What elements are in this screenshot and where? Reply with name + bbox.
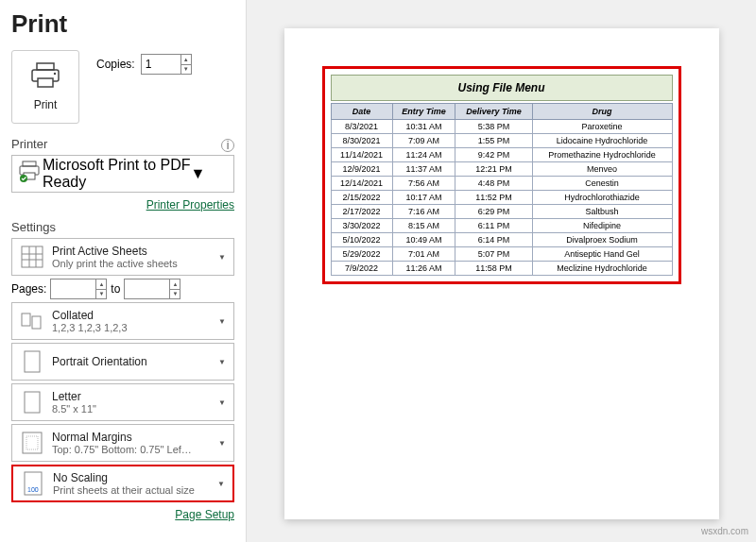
info-icon[interactable]: i <box>221 139 234 152</box>
svg-rect-15 <box>25 351 40 372</box>
chevron-down-icon: ▼ <box>216 398 228 407</box>
table-header: Drug <box>532 104 672 120</box>
chevron-down-icon: ▼ <box>215 480 227 488</box>
print-settings-panel: Print Print Copies: ▲▼ Printer i <box>0 0 246 542</box>
scaling-icon: 100 <box>19 469 47 498</box>
print-preview-area: Using File Menu DateEntry TimeDelivery T… <box>246 0 756 542</box>
pages-label: Pages: <box>11 282 46 296</box>
svg-rect-13 <box>22 313 30 326</box>
printer-name: Microsoft Print to PDF <box>43 157 190 174</box>
collated-icon <box>18 307 46 335</box>
margins-dropdown[interactable]: Normal MarginsTop: 0.75" Bottom: 0.75" L… <box>11 424 234 462</box>
table-row: 5/10/202210:49 AM6:14 PMDivalproex Sodiu… <box>331 233 672 247</box>
page-setup-link[interactable]: Page Setup <box>175 508 234 521</box>
copies-down[interactable]: ▼ <box>181 65 191 75</box>
paper-icon <box>18 388 46 416</box>
svg-rect-0 <box>37 63 54 70</box>
table-row: 7/9/202211:26 AM11:58 PMMeclizine Hydroc… <box>331 262 672 276</box>
svg-rect-8 <box>22 246 43 267</box>
chevron-down-icon: ▼ <box>216 439 228 448</box>
printer-status: Ready <box>43 174 190 191</box>
copies-spinner[interactable]: ▲▼ <box>141 54 192 75</box>
table-row: 12/14/20217:56 AM4:48 PMCenestin <box>331 177 672 191</box>
table-row: 11/14/202111:24 AM9:42 PMPromethazine Hy… <box>331 148 672 162</box>
preview-table: DateEntry TimeDelivery TimeDrug 8/3/2021… <box>331 103 673 276</box>
table-row: 2/15/202210:17 AM11:52 PMHydrochlorothia… <box>331 191 672 205</box>
printer-properties-link[interactable]: Printer Properties <box>146 198 234 212</box>
copies-up[interactable]: ▲ <box>181 55 191 65</box>
pages-to-label: to <box>111 282 120 296</box>
page-title: Print <box>11 9 234 39</box>
watermark: wsxdn.com <box>701 526 748 536</box>
svg-point-7 <box>20 175 27 182</box>
print-button-label: Print <box>34 98 58 111</box>
table-header: Entry Time <box>392 104 455 120</box>
svg-rect-2 <box>38 78 53 87</box>
svg-text:100: 100 <box>27 486 39 493</box>
portrait-icon <box>18 347 46 376</box>
chevron-down-icon: ▼ <box>216 253 228 262</box>
chevron-down-icon: ▼ <box>216 317 228 326</box>
table-row: 3/30/20228:15 AM6:11 PMNifedipine <box>331 219 672 233</box>
copies-label: Copies: <box>96 58 135 71</box>
orientation-dropdown[interactable]: Portrait Orientation ▼ <box>11 343 234 381</box>
svg-rect-16 <box>25 392 40 413</box>
print-what-dropdown[interactable]: Print Active Sheets Only print the activ… <box>11 238 234 276</box>
print-button[interactable]: Print <box>11 50 79 124</box>
margins-icon <box>18 429 46 457</box>
table-row: 8/30/20217:09 AM1:55 PMLidocaine Hydroch… <box>331 134 672 148</box>
pages-from-spinner[interactable]: ▲▼ <box>50 279 107 299</box>
table-row: 2/17/20227:16 AM6:29 PMSaltbush <box>331 205 672 219</box>
svg-rect-14 <box>32 316 41 329</box>
chevron-down-icon: ▼ <box>190 165 205 182</box>
active-sheets-icon <box>18 243 46 271</box>
printer-section-label: Printer i <box>11 137 234 151</box>
table-header: Date <box>331 104 392 120</box>
printer-dropdown[interactable]: Microsoft Print to PDF Ready ▼ <box>11 155 234 193</box>
preview-page: Using File Menu DateEntry TimeDelivery T… <box>284 28 719 519</box>
pages-to-spinner[interactable]: ▲▼ <box>124 279 180 299</box>
pages-range: Pages: ▲▼ to ▲▼ <box>11 279 234 299</box>
scaling-dropdown[interactable]: 100 No ScalingPrint sheets at their actu… <box>11 465 234 502</box>
svg-rect-17 <box>23 432 42 453</box>
pages-to[interactable] <box>124 279 169 299</box>
chevron-down-icon: ▼ <box>216 358 228 366</box>
table-header: Delivery Time <box>455 104 532 120</box>
collation-dropdown[interactable]: Collated1,2,3 1,2,3 1,2,3 ▼ <box>11 302 234 340</box>
table-row: 5/29/20227:01 AM5:07 PMAntiseptic Hand G… <box>331 247 672 262</box>
printer-status-icon <box>18 161 43 187</box>
preview-highlight: Using File Menu DateEntry TimeDelivery T… <box>322 66 681 284</box>
paper-size-dropdown[interactable]: Letter8.5" x 11" ▼ <box>11 383 234 421</box>
svg-point-3 <box>54 73 56 75</box>
copies-input[interactable] <box>141 54 180 75</box>
table-row: 8/3/202110:31 AM5:38 PMParoxetine <box>331 120 672 134</box>
printer-icon <box>30 62 60 93</box>
pages-from[interactable] <box>50 279 95 299</box>
table-row: 12/9/202111:37 AM12:21 PMMenveo <box>331 162 672 177</box>
svg-rect-4 <box>23 161 36 166</box>
settings-section-label: Settings <box>11 220 234 234</box>
preview-title: Using File Menu <box>331 75 673 101</box>
